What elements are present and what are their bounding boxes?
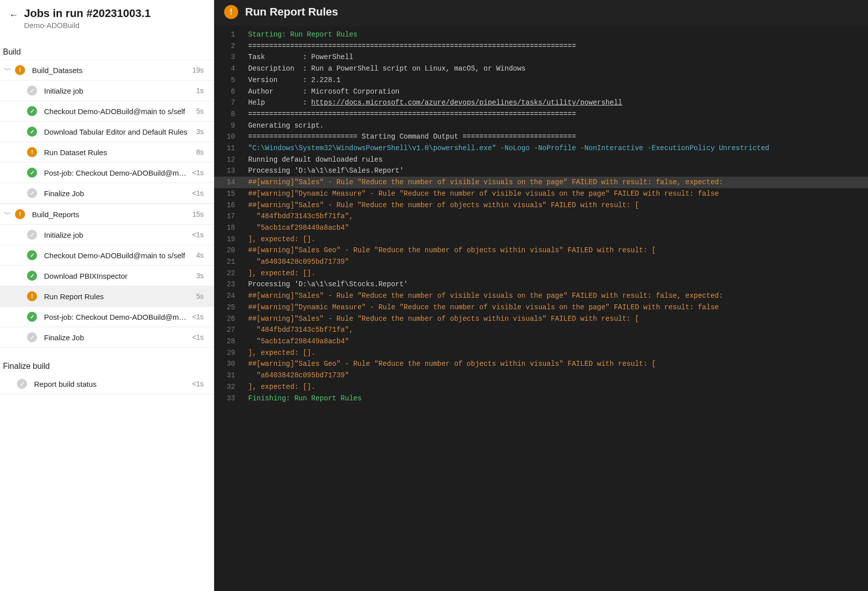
success-icon (27, 127, 37, 137)
stage-label: Build_Datasets (32, 66, 192, 75)
line-text: Running default downloaded rules (242, 154, 383, 166)
step-label: Download PBIXInspector (44, 272, 196, 280)
stage-row[interactable]: ﹀Build_Datasets19s (0, 60, 214, 81)
warning-icon (15, 65, 25, 75)
log-line: 14##[warning]"Sales" - Rule "Reduce the … (214, 177, 868, 188)
line-number: 24 (214, 290, 242, 302)
line-text: ], expected: []. (242, 381, 315, 393)
line-text: ========================== Starting Comm… (242, 131, 576, 143)
line-text: Help : https://docs.microsoft.com/azure/… (242, 97, 622, 109)
log-line: 8=======================================… (214, 109, 868, 120)
log-line: 18 "5acb1caf298449a8acb4" (214, 222, 868, 234)
log-line: 12Running default downloaded rules (214, 154, 868, 166)
log-line: 21 "a64038428c095bd71739" (214, 256, 868, 268)
line-number: 8 (214, 109, 242, 120)
step-row[interactable]: Download PBIXInspector3s (0, 266, 214, 286)
line-number: 15 (214, 188, 242, 200)
step-row[interactable]: Download Tabular Editor and Default Rule… (0, 122, 214, 142)
step-label: Checkout Demo-ADOBuild@main to s/self (44, 107, 196, 116)
step-duration: 1s (196, 87, 204, 95)
line-number: 31 (214, 370, 242, 381)
line-text: ##[warning]"Dynamic Measure" - Rule "Red… (242, 188, 719, 200)
stage-duration: 15s (192, 210, 204, 218)
line-number: 13 (214, 165, 242, 177)
step-duration: <1s (192, 313, 204, 321)
sidebar-header: ← Jobs in run #20231003.1 Demo-ADOBuild (0, 0, 214, 34)
line-number: 25 (214, 302, 242, 313)
page-subtitle: Demo-ADOBuild (24, 21, 151, 30)
stage-label: Build_Reports (32, 210, 192, 219)
warning-icon (15, 209, 25, 219)
line-number: 6 (214, 86, 242, 98)
line-text: "484fbdd73143c5bf71fa", (242, 211, 353, 222)
line-text: Description : Run a PowerShell script on… (242, 63, 526, 75)
skipped-icon (17, 379, 27, 389)
success-icon (27, 250, 37, 260)
step-duration: <1s (192, 333, 204, 341)
success-icon (27, 312, 37, 322)
step-duration: <1s (192, 189, 204, 197)
step-label: Run Report Rules (44, 292, 196, 301)
step-row[interactable]: Checkout Demo-ADOBuild@main to s/self5s (0, 101, 214, 122)
line-number: 1 (214, 29, 242, 41)
log-line: 29], expected: []. (214, 347, 868, 359)
step-row[interactable]: Initialize job<1s (0, 225, 214, 245)
finalize-container: Report build status<1s (0, 374, 214, 394)
step-row[interactable]: Run Dataset Rules8s (0, 142, 214, 163)
step-label: Post-job: Checkout Demo-ADOBuild@main (44, 169, 192, 177)
step-row[interactable]: Finalize Job<1s (0, 183, 214, 204)
stages-container: ﹀Build_Datasets19sInitialize job1sChecko… (0, 60, 214, 348)
line-text: ], expected: []. (242, 268, 315, 279)
line-text: "5acb1caf298449a8acb4" (242, 336, 349, 347)
back-arrow-icon[interactable]: ← (9, 7, 18, 21)
step-label: Checkout Demo-ADOBuild@main to s/self (44, 251, 196, 260)
step-label: Post-job: Checkout Demo-ADOBuild@main (44, 313, 192, 321)
step-row[interactable]: Initialize job1s (0, 81, 214, 101)
log-area[interactable]: 1Starting: Run Report Rules2============… (214, 26, 868, 591)
log-line: 25##[warning]"Dynamic Measure" - Rule "R… (214, 302, 868, 313)
line-text: ##[warning]"Sales" - Rule "Reduce the nu… (242, 313, 639, 325)
step-row[interactable]: Report build status<1s (0, 374, 214, 394)
skipped-icon (27, 188, 37, 198)
step-duration: 8s (196, 148, 204, 156)
log-line: 4Description : Run a PowerShell script o… (214, 63, 868, 75)
step-duration: 5s (196, 107, 204, 115)
line-number: 4 (214, 63, 242, 75)
step-duration: <1s (192, 380, 204, 388)
step-row[interactable]: Finalize Job<1s (0, 327, 214, 348)
step-label: Initialize job (44, 87, 196, 95)
line-number: 2 (214, 41, 242, 52)
line-text: "484fbdd73143c5bf71fa", (242, 324, 353, 336)
success-icon (27, 271, 37, 281)
step-label: Report build status (34, 380, 192, 388)
log-line: 1Starting: Run Report Rules (214, 29, 868, 41)
skipped-icon (27, 86, 37, 96)
log-line: 5Version : 2.228.1 (214, 75, 868, 86)
line-text: Starting: Run Report Rules (242, 29, 357, 41)
line-text: "a64038428c095bd71739" (242, 370, 349, 381)
line-text: "a64038428c095bd71739" (242, 256, 349, 268)
line-text: Generating script. (242, 120, 324, 132)
log-line: 32], expected: []. (214, 381, 868, 393)
main-title: Run Report Rules (245, 6, 338, 19)
step-label: Download Tabular Editor and Default Rule… (44, 128, 196, 136)
skipped-icon (27, 332, 37, 342)
line-number: 18 (214, 222, 242, 234)
help-link[interactable]: https://docs.microsoft.com/azure/devops/… (311, 99, 622, 107)
stage-row[interactable]: ﹀Build_Reports15s (0, 204, 214, 225)
step-row[interactable]: Run Report Rules5s (0, 286, 214, 307)
line-number: 20 (214, 245, 242, 256)
step-row[interactable]: Post-job: Checkout Demo-ADOBuild@main<1s (0, 307, 214, 327)
log-line: 20##[warning]"Sales Geo" - Rule "Reduce … (214, 245, 868, 256)
step-row[interactable]: Checkout Demo-ADOBuild@main to s/self4s (0, 245, 214, 266)
step-row[interactable]: Post-job: Checkout Demo-ADOBuild@main<1s (0, 163, 214, 183)
line-number: 17 (214, 211, 242, 222)
step-label: Finalize Job (44, 189, 192, 198)
stage: ﹀Build_Datasets19sInitialize job1sChecko… (0, 60, 214, 204)
log-line: 31 "a64038428c095bd71739" (214, 370, 868, 381)
main-header: Run Report Rules (214, 0, 868, 26)
line-text: Processing 'D:\a\1\self\Stocks.Report' (242, 279, 408, 290)
log-line: 27 "484fbdd73143c5bf71fa", (214, 324, 868, 336)
line-text: Processing 'D:\a\1\self\Sales.Report' (242, 165, 404, 177)
line-text: "5acb1caf298449a8acb4" (242, 222, 349, 234)
